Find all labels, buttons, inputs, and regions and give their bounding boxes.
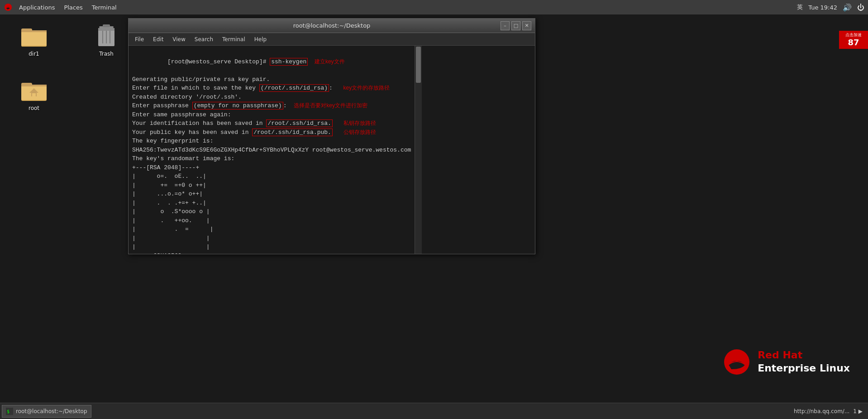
- terminal-window: root@localhost:~/Desktop – □ ✕ File Edit…: [128, 18, 535, 254]
- terminal-line: | |: [132, 234, 411, 243]
- terminal-line: SHA256:TwevzATd3dKcS9E6GoZGXHp4CfbAr+SYB…: [132, 146, 411, 155]
- svg-rect-12: [98, 28, 114, 31]
- taskbar-terminal-icon: $: [6, 408, 13, 415]
- terminal-line: Your identification has been saved in /r…: [132, 119, 411, 128]
- svg-text:$: $: [7, 409, 10, 414]
- menu-file[interactable]: File: [130, 34, 148, 44]
- trash-icon: [92, 24, 121, 49]
- desktop-icon-dir1[interactable]: dir1: [14, 24, 54, 57]
- menu-search[interactable]: Search: [190, 34, 218, 44]
- redhat-brand-text: Red Hat Enterprise Linux: [758, 349, 850, 375]
- close-button[interactable]: ✕: [522, 21, 531, 30]
- svg-rect-4: [21, 30, 47, 46]
- svg-rect-5: [21, 30, 47, 32]
- terminal-line: | . = |: [132, 225, 411, 234]
- terminal-line: Generating public/private rsa key pair.: [132, 75, 411, 84]
- terminal-title: root@localhost:~/Desktop: [293, 22, 371, 29]
- home-folder-icon: [19, 78, 48, 103]
- redhat-branding: Red Hat Enterprise Linux: [723, 348, 850, 376]
- menu-item-places[interactable]: Places: [59, 2, 87, 13]
- minimize-button[interactable]: –: [501, 21, 510, 30]
- desktop-icon-label: dir1: [29, 51, 39, 57]
- taskbar-active-window[interactable]: $ root@localhost:~/Desktop: [2, 405, 91, 418]
- folder-icon: [19, 24, 48, 49]
- svg-point-20: [731, 354, 742, 361]
- desktop-icon-label: Trash: [99, 51, 114, 57]
- terminal-line: +-----[SHA256]-----+: [132, 252, 411, 254]
- terminal-scroll-area: [root@westos_serve Desktop]# ssh-keygen …: [129, 46, 535, 254]
- brand-red-text: Red Hat: [758, 349, 802, 361]
- terminal-line: | += =+0 o ++|: [132, 181, 411, 190]
- menu-item-applications[interactable]: Applications: [14, 2, 59, 13]
- notification-count: 87: [841, 38, 866, 47]
- titlebar-buttons: – □ ✕: [501, 21, 531, 30]
- menu-item-terminal[interactable]: Terminal: [87, 2, 121, 13]
- menu-edit[interactable]: Edit: [148, 34, 168, 44]
- terminal-menubar: File Edit View Search Terminal Help: [129, 33, 535, 46]
- desktop-icon-root[interactable]: root: [14, 78, 54, 111]
- terminal-line: The key's randomart image is:: [132, 154, 411, 163]
- menu-help[interactable]: Help: [250, 34, 271, 44]
- terminal-line: +---[RSA 2048]----+: [132, 163, 411, 172]
- desktop-icon-trash[interactable]: Trash: [86, 24, 127, 57]
- taskbar-window-title: root@localhost:~/Desktop: [16, 408, 87, 414]
- terminal-line: Enter passphrase (empty for no passphras…: [132, 101, 411, 110]
- taskbar: $ root@localhost:~/Desktop http://nba.qq…: [0, 403, 868, 419]
- terminal-scrollbar[interactable]: [415, 46, 422, 254]
- terminal-line: [root@westos_serve Desktop]# ssh-keygen …: [132, 48, 411, 75]
- maximize-button[interactable]: □: [511, 21, 520, 30]
- terminal-line: | o=. oE.. ..|: [132, 172, 411, 181]
- redhat-logo-icon: [4, 3, 13, 12]
- key-path-highlight: (/root/.ssh/id_rsa): [259, 84, 329, 92]
- svg-rect-18: [32, 93, 36, 96]
- clock-display: Tue 19:42: [808, 4, 837, 11]
- notification-badge[interactable]: 点击加速 87: [839, 31, 868, 49]
- terminal-content[interactable]: [root@westos_serve Desktop]# ssh-keygen …: [129, 46, 415, 254]
- privkey-path-highlight: /root/.ssh/id_rsa.: [266, 119, 332, 127]
- taskbar-clock: 1 ▶: [853, 408, 863, 414]
- power-icon[interactable]: ⏻: [857, 3, 864, 12]
- terminal-line: | . . .+=+ +..|: [132, 199, 411, 208]
- volume-icon[interactable]: 🔊: [843, 3, 852, 12]
- ssh-keygen-highlight: ssh-keygen: [270, 58, 308, 66]
- terminal-prompt: [root@westos_serve Desktop]#: [167, 58, 270, 65]
- terminal-line: Created directory '/root/.ssh'.: [132, 93, 411, 102]
- terminal-line: The key fingerprint is:: [132, 137, 411, 146]
- pubkey-path-highlight: /root/.ssh/id_rsa.pub.: [252, 129, 333, 136]
- terminal-line: | |: [132, 243, 411, 252]
- terminal-line: | o .S*oooo o |: [132, 207, 411, 216]
- terminal-line: Enter file in which to save the key (/ro…: [132, 84, 411, 93]
- passphrase-highlight: (empty for no passphrase): [192, 102, 283, 110]
- terminal-line: Enter same passphrase again:: [132, 110, 411, 119]
- terminal-line: | ...o.=o* o++|: [132, 190, 411, 199]
- brand-sub-text: Enterprise Linux: [758, 362, 850, 375]
- notification-label: 点击加速: [841, 33, 866, 38]
- terminal-line: Your public key has been saved in /root/…: [132, 128, 411, 137]
- terminal-titlebar: root@localhost:~/Desktop – □ ✕: [129, 19, 535, 33]
- menu-terminal[interactable]: Terminal: [218, 34, 250, 44]
- terminal-line: | . ++oo. |: [132, 216, 411, 225]
- desktop: dir1 Trash: [0, 14, 868, 403]
- taskbar-right-area: http://nba.qq.com/... 1 ▶: [794, 408, 866, 414]
- terminal-scrollbar-thumb[interactable]: [416, 47, 421, 83]
- svg-rect-7: [103, 24, 110, 27]
- svg-rect-16: [21, 85, 47, 86]
- redhat-hat-icon: [723, 348, 750, 376]
- menu-view[interactable]: View: [168, 34, 190, 44]
- language-indicator[interactable]: 英: [797, 3, 803, 11]
- taskbar-url-text: http://nba.qq.com/...: [794, 408, 849, 414]
- top-menu-bar: Applications Places Terminal 英 Tue 19:42…: [0, 0, 868, 14]
- desktop-icon-label: root: [29, 105, 39, 111]
